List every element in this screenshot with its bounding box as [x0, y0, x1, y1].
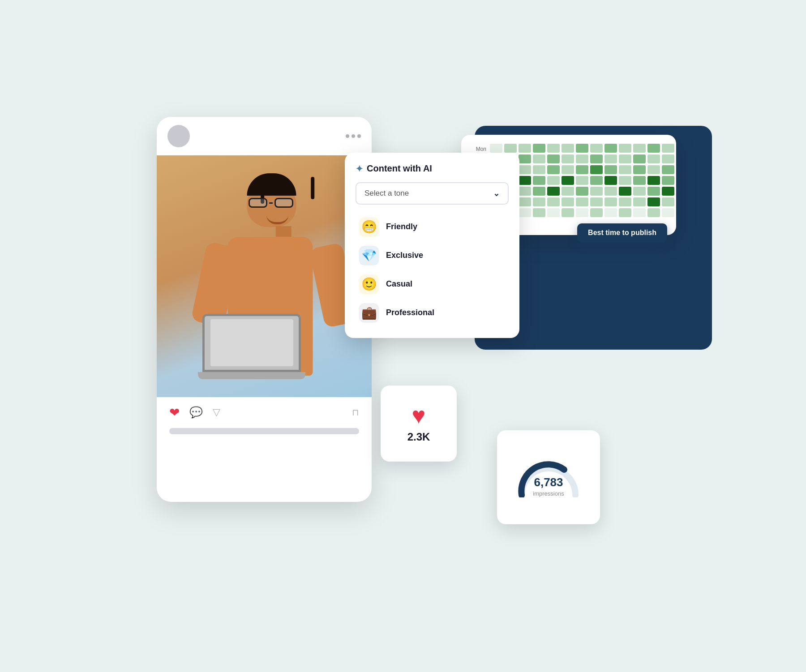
ai-panel-title: ✦ Content with AI: [356, 163, 509, 174]
heat-cell: [562, 154, 574, 163]
heat-cell: [576, 197, 588, 206]
heat-cell: [604, 165, 617, 174]
heat-cell: [604, 208, 617, 217]
heat-cell: [590, 176, 603, 185]
heat-cell: [547, 165, 560, 174]
heat-cell: [619, 165, 631, 174]
heat-cell: [647, 176, 660, 185]
avatar: [167, 125, 190, 147]
heat-cell: [647, 144, 660, 153]
heat-cell: [576, 187, 588, 196]
ai-title-text: Content with AI: [367, 163, 432, 174]
bookmark-icon[interactable]: ⊓: [352, 407, 359, 418]
heat-cell: [533, 144, 545, 153]
heat-cell: [519, 187, 531, 196]
heat-cell: [562, 144, 574, 153]
tone-option-exclusive[interactable]: 💎 Exclusive: [356, 241, 509, 270]
tone-option-casual[interactable]: 🙂 Casual: [356, 270, 509, 299]
heat-cell: [590, 208, 603, 217]
heat-cell: [547, 176, 560, 185]
heat-cell: [662, 144, 674, 153]
heat-cell: [562, 187, 574, 196]
casual-label: Casual: [386, 279, 412, 289]
heat-cell: [590, 165, 603, 174]
impressions-label: impressions: [533, 490, 564, 497]
heat-cell: [533, 197, 545, 206]
heat-cell: [619, 208, 631, 217]
tone-dropdown[interactable]: Select a tone ⌄: [356, 182, 509, 205]
heat-cell: [562, 197, 574, 206]
card-header: [157, 117, 372, 155]
dot-1: [346, 134, 349, 138]
heat-cell: [662, 187, 674, 196]
dot-3: [357, 134, 361, 138]
heat-cell: [590, 197, 603, 206]
comment-icon[interactable]: 💬: [189, 406, 203, 419]
heat-cell: [619, 144, 631, 153]
heat-cell: [519, 197, 531, 206]
heat-cell: [576, 208, 588, 217]
heat-cell: [562, 176, 574, 185]
heat-cell: [662, 208, 674, 217]
tone-options-list: 😁 Friendly 💎 Exclusive 🙂 Casual 💼 Profes…: [356, 213, 509, 327]
heat-cell: [604, 144, 617, 153]
social-card: ❤ 💬 ▽ ⊓: [157, 117, 372, 502]
heat-cell: [533, 176, 545, 185]
sparkle-icon: ✦: [356, 163, 363, 174]
heat-cell: [590, 154, 603, 163]
heat-cell: [633, 154, 646, 163]
heat-cell: [633, 176, 646, 185]
heat-cell: [662, 154, 674, 163]
heat-cell: [590, 144, 603, 153]
heat-cell: [504, 144, 517, 153]
heat-cell: [619, 176, 631, 185]
heat-cell: [647, 154, 660, 163]
options-dots[interactable]: [346, 134, 361, 138]
tone-option-professional[interactable]: 💼 Professional: [356, 299, 509, 327]
caption-bar: [169, 428, 359, 434]
heat-cell: [562, 208, 574, 217]
heat-cell: [604, 197, 617, 206]
friendly-label: Friendly: [386, 222, 417, 231]
heat-cell: [604, 154, 617, 163]
exclusive-emoji: 💎: [359, 246, 379, 265]
share-icon[interactable]: ▽: [213, 407, 220, 418]
tone-dropdown-label: Select a tone: [364, 189, 409, 198]
dot-2: [352, 134, 355, 138]
post-image: [157, 155, 372, 397]
day-mon: Mon: [472, 145, 486, 154]
professional-label: Professional: [386, 308, 434, 317]
heat-cell: [533, 165, 545, 174]
heat-cell: [547, 154, 560, 163]
friendly-emoji: 😁: [359, 217, 379, 237]
best-time-badge: Best time to publish: [577, 223, 667, 242]
heat-cell: [633, 187, 646, 196]
heat-cell: [647, 187, 660, 196]
heat-cell: [576, 154, 588, 163]
exclusive-label: Exclusive: [386, 251, 423, 260]
heat-cell: [533, 154, 545, 163]
likes-heart-icon: ♥: [412, 404, 426, 427]
heat-cell: [633, 197, 646, 206]
ai-content-panel: ✦ Content with AI Select a tone ⌄ 😁 Frie…: [345, 153, 519, 338]
tone-option-friendly[interactable]: 😁 Friendly: [356, 213, 509, 241]
heart-icon[interactable]: ❤: [169, 405, 180, 420]
dropdown-arrow-icon: ⌄: [493, 188, 500, 198]
impressions-number: 6,783: [533, 475, 564, 489]
heat-cell: [662, 176, 674, 185]
heat-cell: [590, 187, 603, 196]
heat-cell: [519, 154, 531, 163]
heat-cell: [647, 197, 660, 206]
impressions-card: 6,783 impressions: [497, 430, 600, 524]
gauge-chart: 6,783 impressions: [513, 457, 584, 497]
heat-cell: [519, 165, 531, 174]
casual-emoji: 🙂: [359, 274, 379, 294]
heat-cell: [562, 165, 574, 174]
heat-cell: [547, 187, 560, 196]
heat-cell: [576, 176, 588, 185]
heat-cell: [633, 165, 646, 174]
heat-cell: [576, 144, 588, 153]
likes-count: 2.3K: [407, 431, 430, 443]
action-icons: ❤ 💬 ▽: [169, 405, 220, 420]
heat-cell: [647, 208, 660, 217]
